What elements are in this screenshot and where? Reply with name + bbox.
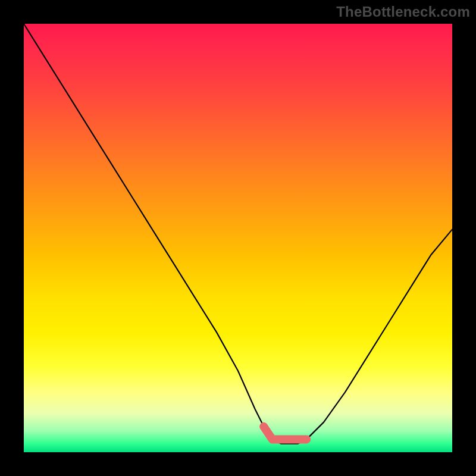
minimum-zone-marker (264, 427, 306, 440)
watermark-text: TheBottleneck.com (336, 4, 470, 20)
curve-layer (24, 24, 452, 452)
bottleneck-curve (24, 24, 452, 444)
chart-frame: TheBottleneck.com (0, 0, 476, 476)
plot-area (24, 24, 452, 452)
